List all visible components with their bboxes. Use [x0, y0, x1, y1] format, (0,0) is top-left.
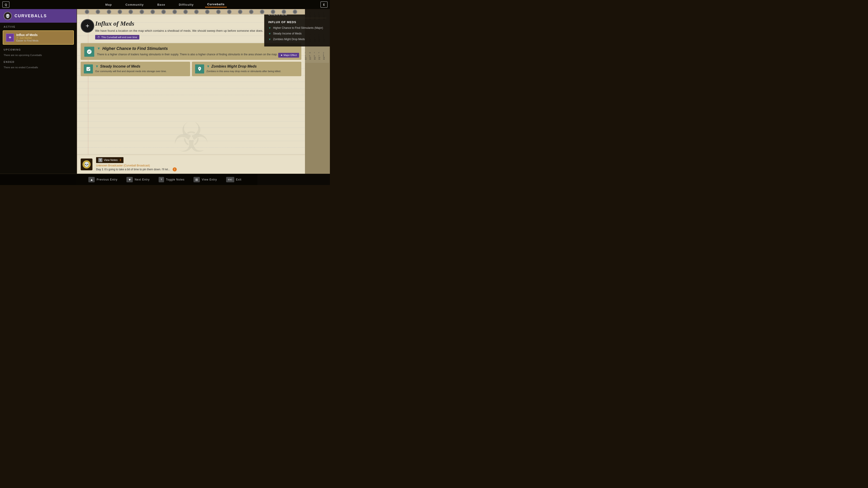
primary-effect-icon	[84, 47, 94, 57]
curveball-item-status: ⏱ Just Started	[16, 37, 71, 39]
curveball-item-icon: +	[6, 34, 14, 42]
notes-alert-icon: !	[173, 167, 177, 171]
next-entry-button[interactable]: ▼ Next Entry	[126, 177, 150, 182]
overview-text-1: Higher Chance to Find Stimulants (Major)	[273, 26, 323, 30]
skull-icon: 💀	[83, 160, 91, 169]
major-effect-badge: ★ Major Effect	[278, 53, 299, 58]
spiral-binding	[77, 9, 305, 15]
exit-key: ESC	[226, 177, 234, 182]
spiral-ring	[249, 9, 253, 14]
view-entry-key: ⊞	[193, 177, 200, 182]
primary-effect-desc: There is a higher chance of traders havi…	[97, 52, 298, 56]
spiral-ring	[260, 9, 265, 14]
nav-items: Map Community Base Difficulty Curveballs	[9, 2, 320, 7]
spiral-ring	[194, 9, 199, 14]
q-key[interactable]: Q	[2, 1, 9, 8]
secondary-arrow-2: ▼	[207, 64, 210, 68]
nav-curveballs[interactable]: Curveballs	[205, 2, 227, 7]
secondary-effect-title-1: ▼ Steady Income of Meds	[95, 64, 166, 68]
notes-content: Y View Notes: 3 Unknown Broadcaster (Cur…	[96, 157, 301, 171]
sidebar-title: CURVEBALLS	[14, 13, 47, 18]
curveball-list-item[interactable]: + Influx of Meds ⏱ Just Started Easier t…	[3, 30, 74, 45]
overview-arrow-3: ▼	[268, 38, 271, 41]
overview-text-3: Zombies Might Drop Meds	[273, 37, 305, 41]
toggle-notes-button[interactable]: Y Toggle Notes	[159, 177, 184, 182]
secondary-arrow-1: ▼	[95, 64, 99, 68]
spiral-ring	[161, 9, 166, 14]
broadcaster-label: Unknown Broadcaster (Curveball Broadcast…	[96, 164, 301, 167]
spiral-ring	[128, 9, 133, 14]
overview-item-1[interactable]: ▼ Higher Chance to Find Stimulants (Majo…	[268, 26, 326, 30]
nav-community[interactable]: Community	[123, 2, 146, 7]
notes-button-label: View Notes:	[104, 159, 118, 162]
spiral-ring	[118, 9, 122, 14]
notes-text: It's going to take a bit of time to pin …	[104, 168, 170, 171]
exit-button[interactable]: ESC Exit	[226, 177, 242, 182]
view-entry-label: View Entry	[202, 178, 217, 181]
previous-entry-label: Previous Entry	[96, 178, 117, 181]
spiral-ring	[173, 9, 177, 14]
overview-item-2[interactable]: ▼ Steady Income of Meds	[268, 32, 326, 36]
notes-count: 3	[120, 159, 121, 162]
spiral-ring	[205, 9, 210, 14]
view-notes-row: Y View Notes: 3	[96, 157, 301, 164]
overview-curveball-title: INFLUX OF MEDS	[268, 21, 326, 24]
spiral-ring	[271, 9, 275, 14]
curveball-item-desc: Easier to Find Meds	[16, 39, 71, 42]
nav-map[interactable]: Map	[103, 2, 114, 7]
overview-item-3[interactable]: ▼ Zombies Might Drop Meds	[268, 37, 326, 41]
nav-base[interactable]: Base	[155, 2, 167, 7]
next-entry-label: Next Entry	[134, 178, 150, 181]
exit-label: Exit	[236, 178, 242, 181]
spiral-ring	[282, 9, 286, 14]
nav-difficulty[interactable]: Difficulty	[177, 2, 196, 7]
notes-entry-row: Day 1 It's going to take a bit of time t…	[96, 167, 301, 171]
primary-effect-title: ▼ Higher Chance to Find Stimulants	[97, 46, 298, 51]
next-entry-key: ▼	[126, 177, 133, 182]
spiral-ring	[96, 9, 100, 14]
decorative-bg: ☣	[157, 115, 225, 160]
toggle-notes-key: Y	[159, 177, 164, 182]
notes-section: 💀 Y View Notes: 3 Unknown Broadcaster (C…	[77, 155, 305, 174]
spiral-ring	[227, 9, 231, 14]
curveball-item-info: Influx of Meds ⏱ Just Started Easier to …	[16, 33, 71, 42]
secondary-effect-content-1: ▼ Steady Income of Meds Our community wi…	[95, 64, 166, 73]
spiral-ring	[216, 9, 221, 14]
notes-day: Day 1	[96, 168, 103, 171]
overview-arrow-2: ▼	[268, 32, 271, 35]
spiral-ring	[183, 9, 188, 14]
secondary-effect-icon-1	[84, 64, 93, 74]
spiral-ring	[140, 9, 144, 14]
effects-area: ▼ Higher Chance to Find Stimulants There…	[77, 43, 305, 76]
secondary-effect-content-2: ▼ Zombies Might Drop Meds Zombies in thi…	[207, 64, 281, 73]
curveball-header-icon: +	[81, 19, 94, 33]
secondary-effect-desc-2: Zombies in this area may drop meds or st…	[207, 69, 281, 73]
top-nav: Q Map Community Base Difficulty Curvebal…	[0, 0, 330, 9]
e-key[interactable]: E	[320, 1, 328, 8]
secondary-effect-icon-2	[195, 64, 204, 74]
upcoming-empty-text: There are no upcoming Curveballs	[0, 52, 76, 58]
sidebar-icon: 💀	[4, 12, 12, 20]
curveball-time-badge: ⏱ This Curveball will end over time	[95, 35, 140, 39]
primary-effect-arrow: ▼	[97, 47, 101, 51]
notes-key: Y	[98, 158, 102, 162]
sidebar-header: 💀 CURVEBALLS	[0, 9, 76, 23]
sidebar: 💀 CURVEBALLS ACTIVE + Influx of Meds ⏱ J…	[0, 9, 77, 185]
secondary-effect-title-2: ▼ Zombies Might Drop Meds	[207, 64, 281, 68]
view-entry-button[interactable]: ⊞ View Entry	[193, 177, 217, 182]
spiral-ring	[293, 9, 297, 14]
overview-panel: OVERVIEW INFLUX OF MEDS ▼ Higher Chance …	[264, 9, 330, 47]
bottom-toolbar: ▲ Previous Entry ▼ Next Entry Y Toggle N…	[0, 174, 330, 185]
secondary-effect-card-2: ▼ Zombies Might Drop Meds Zombies in thi…	[192, 62, 301, 76]
overview-text-2: Steady Income of Meds	[273, 32, 302, 36]
active-section-label: ACTIVE	[0, 23, 76, 29]
upcoming-section-label: UPCOMING	[0, 46, 76, 52]
spiral-ring	[150, 9, 155, 14]
notes-broadcaster-icon: 💀	[81, 159, 92, 170]
secondary-effects-row: ▼ Steady Income of Meds Our community wi…	[81, 62, 301, 76]
view-notes-button[interactable]: Y View Notes: 3	[96, 157, 123, 163]
overview-arrow-1: ▼	[268, 26, 271, 30]
primary-effect-content: ▼ Higher Chance to Find Stimulants There…	[97, 46, 298, 56]
spiral-ring	[238, 9, 242, 14]
previous-entry-button[interactable]: ▲ Previous Entry	[88, 177, 117, 182]
